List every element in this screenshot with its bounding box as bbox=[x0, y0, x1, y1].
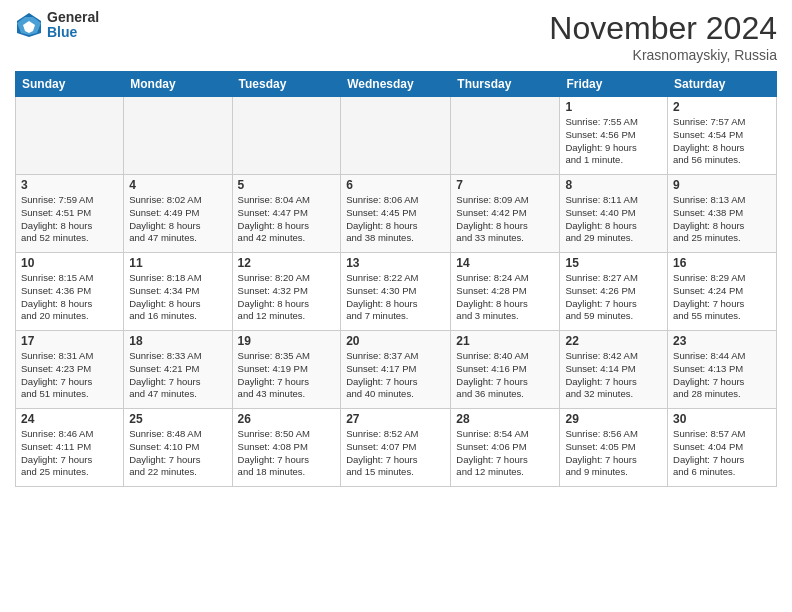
day-cell: 15Sunrise: 8:27 AM Sunset: 4:26 PM Dayli… bbox=[560, 253, 668, 331]
title-block: November 2024 Krasnomayskiy, Russia bbox=[549, 10, 777, 63]
day-info: Sunrise: 8:09 AM Sunset: 4:42 PM Dayligh… bbox=[456, 194, 554, 245]
day-cell: 5Sunrise: 8:04 AM Sunset: 4:47 PM Daylig… bbox=[232, 175, 341, 253]
day-number: 9 bbox=[673, 178, 771, 192]
day-number: 13 bbox=[346, 256, 445, 270]
week-row-5: 24Sunrise: 8:46 AM Sunset: 4:11 PM Dayli… bbox=[16, 409, 777, 487]
day-info: Sunrise: 8:11 AM Sunset: 4:40 PM Dayligh… bbox=[565, 194, 662, 245]
day-number: 25 bbox=[129, 412, 226, 426]
day-info: Sunrise: 8:29 AM Sunset: 4:24 PM Dayligh… bbox=[673, 272, 771, 323]
day-info: Sunrise: 7:55 AM Sunset: 4:56 PM Dayligh… bbox=[565, 116, 662, 167]
day-info: Sunrise: 8:04 AM Sunset: 4:47 PM Dayligh… bbox=[238, 194, 336, 245]
day-number: 8 bbox=[565, 178, 662, 192]
day-cell: 10Sunrise: 8:15 AM Sunset: 4:36 PM Dayli… bbox=[16, 253, 124, 331]
day-number: 29 bbox=[565, 412, 662, 426]
day-cell: 20Sunrise: 8:37 AM Sunset: 4:17 PM Dayli… bbox=[341, 331, 451, 409]
day-number: 16 bbox=[673, 256, 771, 270]
logo: General Blue bbox=[15, 10, 99, 41]
day-cell: 17Sunrise: 8:31 AM Sunset: 4:23 PM Dayli… bbox=[16, 331, 124, 409]
location: Krasnomayskiy, Russia bbox=[549, 47, 777, 63]
week-row-3: 10Sunrise: 8:15 AM Sunset: 4:36 PM Dayli… bbox=[16, 253, 777, 331]
header: General Blue November 2024 Krasnomayskiy… bbox=[15, 10, 777, 63]
col-friday: Friday bbox=[560, 72, 668, 97]
col-wednesday: Wednesday bbox=[341, 72, 451, 97]
logo-general-text: General bbox=[47, 10, 99, 25]
day-info: Sunrise: 8:46 AM Sunset: 4:11 PM Dayligh… bbox=[21, 428, 118, 479]
month-title: November 2024 bbox=[549, 10, 777, 47]
day-number: 17 bbox=[21, 334, 118, 348]
day-cell: 25Sunrise: 8:48 AM Sunset: 4:10 PM Dayli… bbox=[124, 409, 232, 487]
day-info: Sunrise: 8:57 AM Sunset: 4:04 PM Dayligh… bbox=[673, 428, 771, 479]
day-cell bbox=[16, 97, 124, 175]
day-info: Sunrise: 8:02 AM Sunset: 4:49 PM Dayligh… bbox=[129, 194, 226, 245]
day-cell: 4Sunrise: 8:02 AM Sunset: 4:49 PM Daylig… bbox=[124, 175, 232, 253]
day-number: 11 bbox=[129, 256, 226, 270]
day-cell: 28Sunrise: 8:54 AM Sunset: 4:06 PM Dayli… bbox=[451, 409, 560, 487]
day-cell bbox=[341, 97, 451, 175]
day-cell: 19Sunrise: 8:35 AM Sunset: 4:19 PM Dayli… bbox=[232, 331, 341, 409]
day-cell: 11Sunrise: 8:18 AM Sunset: 4:34 PM Dayli… bbox=[124, 253, 232, 331]
calendar: Sunday Monday Tuesday Wednesday Thursday… bbox=[15, 71, 777, 487]
day-number: 28 bbox=[456, 412, 554, 426]
day-cell: 29Sunrise: 8:56 AM Sunset: 4:05 PM Dayli… bbox=[560, 409, 668, 487]
page: General Blue November 2024 Krasnomayskiy… bbox=[0, 0, 792, 612]
day-info: Sunrise: 8:35 AM Sunset: 4:19 PM Dayligh… bbox=[238, 350, 336, 401]
week-row-2: 3Sunrise: 7:59 AM Sunset: 4:51 PM Daylig… bbox=[16, 175, 777, 253]
day-number: 18 bbox=[129, 334, 226, 348]
day-info: Sunrise: 8:18 AM Sunset: 4:34 PM Dayligh… bbox=[129, 272, 226, 323]
day-cell: 27Sunrise: 8:52 AM Sunset: 4:07 PM Dayli… bbox=[341, 409, 451, 487]
day-info: Sunrise: 8:56 AM Sunset: 4:05 PM Dayligh… bbox=[565, 428, 662, 479]
col-sunday: Sunday bbox=[16, 72, 124, 97]
col-thursday: Thursday bbox=[451, 72, 560, 97]
day-number: 12 bbox=[238, 256, 336, 270]
day-number: 14 bbox=[456, 256, 554, 270]
day-number: 22 bbox=[565, 334, 662, 348]
day-info: Sunrise: 8:22 AM Sunset: 4:30 PM Dayligh… bbox=[346, 272, 445, 323]
day-cell: 12Sunrise: 8:20 AM Sunset: 4:32 PM Dayli… bbox=[232, 253, 341, 331]
day-info: Sunrise: 7:57 AM Sunset: 4:54 PM Dayligh… bbox=[673, 116, 771, 167]
day-cell bbox=[451, 97, 560, 175]
day-info: Sunrise: 8:52 AM Sunset: 4:07 PM Dayligh… bbox=[346, 428, 445, 479]
day-cell: 8Sunrise: 8:11 AM Sunset: 4:40 PM Daylig… bbox=[560, 175, 668, 253]
day-number: 6 bbox=[346, 178, 445, 192]
day-cell: 21Sunrise: 8:40 AM Sunset: 4:16 PM Dayli… bbox=[451, 331, 560, 409]
day-cell: 14Sunrise: 8:24 AM Sunset: 4:28 PM Dayli… bbox=[451, 253, 560, 331]
day-number: 1 bbox=[565, 100, 662, 114]
day-number: 27 bbox=[346, 412, 445, 426]
day-info: Sunrise: 8:33 AM Sunset: 4:21 PM Dayligh… bbox=[129, 350, 226, 401]
day-number: 4 bbox=[129, 178, 226, 192]
day-number: 23 bbox=[673, 334, 771, 348]
week-row-1: 1Sunrise: 7:55 AM Sunset: 4:56 PM Daylig… bbox=[16, 97, 777, 175]
day-info: Sunrise: 8:42 AM Sunset: 4:14 PM Dayligh… bbox=[565, 350, 662, 401]
day-cell: 3Sunrise: 7:59 AM Sunset: 4:51 PM Daylig… bbox=[16, 175, 124, 253]
day-number: 10 bbox=[21, 256, 118, 270]
logo-text: General Blue bbox=[47, 10, 99, 41]
day-cell: 6Sunrise: 8:06 AM Sunset: 4:45 PM Daylig… bbox=[341, 175, 451, 253]
day-cell: 23Sunrise: 8:44 AM Sunset: 4:13 PM Dayli… bbox=[668, 331, 777, 409]
day-number: 7 bbox=[456, 178, 554, 192]
day-number: 26 bbox=[238, 412, 336, 426]
day-info: Sunrise: 8:44 AM Sunset: 4:13 PM Dayligh… bbox=[673, 350, 771, 401]
day-cell: 24Sunrise: 8:46 AM Sunset: 4:11 PM Dayli… bbox=[16, 409, 124, 487]
day-cell: 18Sunrise: 8:33 AM Sunset: 4:21 PM Dayli… bbox=[124, 331, 232, 409]
day-cell: 9Sunrise: 8:13 AM Sunset: 4:38 PM Daylig… bbox=[668, 175, 777, 253]
day-number: 20 bbox=[346, 334, 445, 348]
logo-blue-text: Blue bbox=[47, 25, 99, 40]
day-cell: 13Sunrise: 8:22 AM Sunset: 4:30 PM Dayli… bbox=[341, 253, 451, 331]
day-number: 24 bbox=[21, 412, 118, 426]
day-number: 21 bbox=[456, 334, 554, 348]
day-info: Sunrise: 8:50 AM Sunset: 4:08 PM Dayligh… bbox=[238, 428, 336, 479]
week-row-4: 17Sunrise: 8:31 AM Sunset: 4:23 PM Dayli… bbox=[16, 331, 777, 409]
day-cell: 16Sunrise: 8:29 AM Sunset: 4:24 PM Dayli… bbox=[668, 253, 777, 331]
col-tuesday: Tuesday bbox=[232, 72, 341, 97]
calendar-header-row: Sunday Monday Tuesday Wednesday Thursday… bbox=[16, 72, 777, 97]
col-monday: Monday bbox=[124, 72, 232, 97]
day-info: Sunrise: 7:59 AM Sunset: 4:51 PM Dayligh… bbox=[21, 194, 118, 245]
day-info: Sunrise: 8:37 AM Sunset: 4:17 PM Dayligh… bbox=[346, 350, 445, 401]
day-number: 15 bbox=[565, 256, 662, 270]
day-cell: 30Sunrise: 8:57 AM Sunset: 4:04 PM Dayli… bbox=[668, 409, 777, 487]
day-cell bbox=[232, 97, 341, 175]
day-number: 19 bbox=[238, 334, 336, 348]
day-cell: 7Sunrise: 8:09 AM Sunset: 4:42 PM Daylig… bbox=[451, 175, 560, 253]
day-number: 3 bbox=[21, 178, 118, 192]
day-info: Sunrise: 8:31 AM Sunset: 4:23 PM Dayligh… bbox=[21, 350, 118, 401]
